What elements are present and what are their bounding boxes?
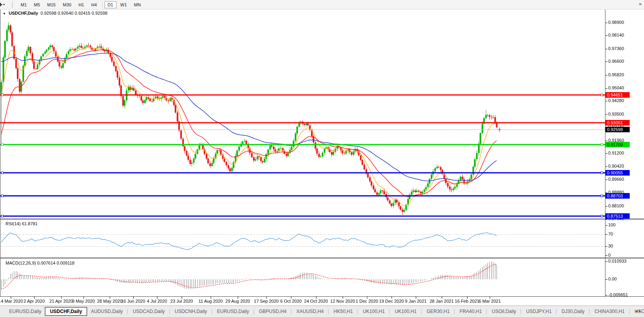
rsi-axis-tick: 30 [608,244,613,248]
tab-GBPUSD-H4[interactable]: GBPUSD,H4 [255,307,290,316]
tab-separator: │ [588,309,591,314]
price-axis-tick: 0.98140 [608,33,624,37]
tab-USOil-Daily[interactable]: USOil,Daily [488,307,520,316]
price-axis-tick: 0.94280 [608,98,624,103]
price-axis-tick: 0.95820 [608,72,624,77]
tab-scroll-right-icon[interactable]: ▸ [639,309,642,313]
tab-USDJPY-H1[interactable]: USDJPY,H1 [522,307,555,316]
tf-button-MN[interactable]: MN [131,1,144,8]
toolbar-grip[interactable] [12,2,15,8]
chart-canvas[interactable] [0,0,644,317]
tab-CHINA300-H1[interactable]: CHINA300,H1 [591,307,628,316]
hline-price-label[interactable]: 0.94651 [605,92,630,98]
rsi-axis-tick: 100 [608,222,615,227]
tab-UK100-H1[interactable]: UK100,H1 [359,307,388,316]
tab-FRA40-H1[interactable]: FRA40,H1 [456,307,485,316]
tab-UK100-H1[interactable]: UK100,H1 [391,307,420,316]
date-axis-label: 23 Jul 2020 [165,299,198,303]
tab-separator: │ [520,309,522,314]
price-axis-tick: 0.95040 [608,85,624,90]
tab-separator: │ [388,309,391,314]
toolbar-overflow-icon[interactable]: » [639,1,642,7]
price-axis-tick: 0.88100 [608,203,624,208]
tab-separator: │ [211,309,213,314]
price-axis-tick: 0.97360 [608,46,624,51]
timeframe-toolbar: ✚▾ M1M5M15M30H1H4D1W1MN » [0,0,644,10]
tab-XAUUSD-H4[interactable]: XAUUSD,H4 [293,307,328,316]
tab-GER30-H1[interactable]: GER30,H1 [423,307,453,316]
rsi-value: 61.8781 [22,221,38,226]
price-axis-tick: 0.96600 [608,59,624,64]
price-axis-tick: 0.91200 [608,151,624,155]
tf-button-M30[interactable]: M30 [60,1,74,8]
tab-separator: │ [252,309,255,314]
macd-label: MACD(12,26,9) 0.007614 0.009118 [6,261,74,265]
macd-axis-tick: -0.009651 [608,292,628,297]
macd-axis-tick: 0.010933 [608,259,627,263]
tf-button-D1[interactable]: D1 [105,1,116,8]
tab-scroll-left-icon[interactable]: ◂ [635,309,639,313]
tab-separator: │ [453,309,456,314]
crosshair-tool-icon[interactable]: ✚▾ [0,1,10,9]
rsi-axis-tick: 0 [608,253,611,257]
chart-symbol: USDCHF,Daily [9,11,38,15]
tab-EURUSD-Daily[interactable]: EURUSD,Daily [6,307,45,316]
hline-price-label[interactable]: 0.88703 [605,193,630,199]
hline-price-label[interactable]: 0.93001 [605,120,630,126]
collapse-icon[interactable]: ▼ [3,12,6,15]
tab-separator: │ [126,309,129,314]
hline-price-label[interactable]: 0.87513 [605,213,630,219]
tab-DJ30-Daily[interactable]: DJ30,Daily [558,307,588,316]
tab-USDCAD-Daily[interactable]: USDCAD,Daily [129,307,169,316]
chart-tabbar: EURUSD,DailyUSDCHF,DailyAUDUSD,Daily│USD… [0,305,644,317]
macd-axis-tick: 0.00 [608,276,617,281]
tab-separator: │ [169,309,171,314]
price-axis-tick: 0.98900 [608,20,624,25]
price-axis-tick: 0.89660 [608,177,624,182]
tab-EURUSD-Daily[interactable]: EURUSD,Daily [213,307,253,316]
tab-HK50-H1[interactable]: HK50,H1 [330,307,357,316]
price-axis-tick: 0.93500 [608,112,624,116]
mt4-window: ✚▾ M1M5M15M30H1H4D1W1MN » ▼ USDCHF,Daily… [0,0,644,317]
tab-separator: │ [420,309,423,314]
hline-price-label[interactable]: 0.90055 [605,170,630,176]
date-axis-label: 6 Mar 2021 [473,299,506,303]
toolbar-separator [102,2,103,8]
chart-ohlc: 0.92598 0.92640 0.92415 0.92598 [41,11,107,15]
tf-button-H4[interactable]: H4 [88,1,100,8]
tab-USDCNH-Daily[interactable]: USDCNH,Daily [171,307,211,316]
tf-button-M1[interactable]: M1 [17,1,30,8]
tab-separator: │ [357,309,359,314]
tab-separator: │ [555,309,558,314]
macd-values: 0.007614 0.009118 [37,261,74,265]
chart-title: ▼ USDCHF,Daily 0.92598 0.92640 0.92415 0… [3,11,107,15]
tf-button-H1[interactable]: H1 [75,1,87,8]
tf-button-M15[interactable]: M15 [44,1,59,8]
hline-price-label[interactable]: 0.91709 [605,142,630,147]
tab-separator: │ [327,309,330,314]
tab-separator: │ [485,309,488,314]
rsi-axis-tick: 70 [608,232,613,236]
current-price-label: 0.92598 [605,127,630,132]
tf-button-W1[interactable]: W1 [117,1,130,8]
price-axis-tick: 0.90420 [608,164,624,168]
rsi-label: RSI(14) 61.8781 [6,221,38,226]
tab-separator: │ [628,309,631,314]
tf-button-M5[interactable]: M5 [31,1,43,8]
tab-separator: │ [290,309,293,314]
tab-USDCHF-Daily[interactable]: USDCHF,Daily [45,307,87,316]
tab-AUDUSD-Daily[interactable]: AUDUSD,Daily [87,307,126,316]
